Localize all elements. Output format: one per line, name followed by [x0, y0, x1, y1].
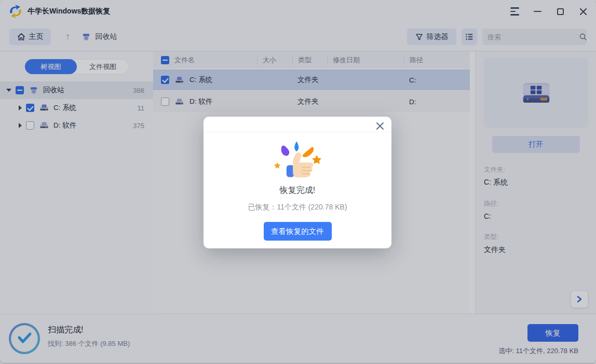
recovery-complete-dialog: 恢复完成! 已恢复：11个文件 (220.78 KB) 查看恢复的文件 — [204, 117, 391, 248]
view-recovered-files-button[interactable]: 查看恢复的文件 — [264, 222, 332, 241]
dialog-body: 恢复完成! 已恢复：11个文件 (220.78 KB) 查看恢复的文件 — [204, 132, 391, 241]
thumbs-up-celebration-icon — [269, 139, 326, 181]
dialog-close-icon[interactable] — [375, 121, 385, 131]
dialog-title: 恢复完成! — [204, 185, 391, 196]
dialog-header — [204, 117, 391, 132]
dialog-subtitle: 已恢复：11个文件 (220.78 KB) — [204, 203, 391, 212]
